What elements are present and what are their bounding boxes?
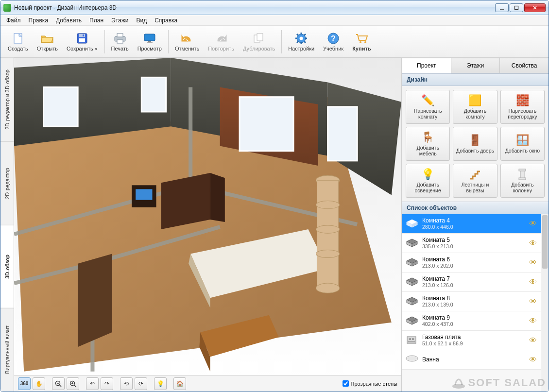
open-button[interactable]: Открыть <box>33 28 62 56</box>
menu-add[interactable]: Добавить <box>52 16 86 25</box>
column-icon <box>515 168 529 181</box>
add-light-button[interactable]: 💡Добавить освещение <box>406 164 450 198</box>
visibility-eye-icon[interactable]: 👁 <box>529 297 537 306</box>
scrollbar-thumb[interactable] <box>542 215 548 269</box>
object-list-item[interactable]: Комната 6213.0 x 202.0👁 <box>402 253 541 273</box>
save-button[interactable]: Сохранить▼ <box>62 28 103 56</box>
tab-2d-3d[interactable]: 2D-редактор и 3D-обзор <box>0 58 14 141</box>
visibility-eye-icon[interactable]: 👁 <box>529 220 537 228</box>
visibility-eye-icon[interactable]: 👁 <box>529 336 537 345</box>
svg-rect-40 <box>328 107 358 161</box>
visibility-eye-icon[interactable]: 👁 <box>529 239 537 248</box>
cart-icon <box>354 32 369 45</box>
rotate-left-button[interactable]: ↶ <box>86 377 99 390</box>
close-button[interactable] <box>524 3 546 12</box>
object-icon <box>406 296 418 307</box>
visibility-eye-icon[interactable]: 👁 <box>529 356 537 364</box>
tutorial-button[interactable]: ? Учебник <box>319 28 348 56</box>
object-text: Ванна <box>422 357 525 363</box>
scrollbar[interactable] <box>541 214 549 392</box>
object-text: Комната 5335.0 x 213.0 <box>422 237 525 250</box>
home-view-button[interactable]: 🏠 <box>173 377 186 390</box>
object-dim: 51.0 x 62.1 x 86.9 <box>422 341 525 346</box>
add-furniture-button[interactable]: 🪑Добавить мебель <box>406 127 450 161</box>
zoom-out-button[interactable] <box>52 377 65 390</box>
undo-icon <box>179 32 195 45</box>
create-button[interactable]: Создать <box>3 28 33 56</box>
menu-plan[interactable]: План <box>86 16 107 25</box>
svg-point-51 <box>316 283 339 293</box>
duplicate-button[interactable]: Дублировать <box>239 28 279 56</box>
rotate-right-button[interactable]: ↷ <box>101 377 113 390</box>
tab-project[interactable]: Проект <box>402 58 451 73</box>
tab-2d[interactable]: 2D-редактор <box>0 141 14 225</box>
app-window: Новый проект - Дизайн Интерьера 3D Файл … <box>0 0 549 392</box>
svg-line-27 <box>297 41 298 43</box>
draw-partition-button[interactable]: 🧱Нарисовать перегородку <box>500 90 545 124</box>
right-panel: Проект Этажи Свойства Дизайн ✏️Нарисоват… <box>402 58 549 392</box>
visibility-eye-icon[interactable]: 👁 <box>529 258 537 267</box>
object-list-item[interactable]: Газовая плита51.0 x 62.1 x 86.9👁 <box>402 331 541 350</box>
add-column-button[interactable]: Добавить колонну <box>500 164 545 198</box>
gear-icon <box>293 32 309 45</box>
object-dim: 213.0 x 126.0 <box>422 282 525 288</box>
tab-virtual-visit[interactable]: Виртуальный визит <box>0 308 14 392</box>
object-list-item[interactable]: Комната 4280.0 x 446.0👁 <box>402 214 541 234</box>
undo-button[interactable]: Отменить <box>171 28 204 56</box>
preview-button[interactable]: Просмотр <box>133 28 166 56</box>
object-icon <box>406 316 418 326</box>
menu-view[interactable]: Вид <box>132 16 151 25</box>
svg-point-19 <box>300 36 303 40</box>
menu-edit[interactable]: Правка <box>25 16 52 25</box>
add-door-button[interactable]: 🚪Добавить дверь <box>453 127 497 161</box>
object-list-item[interactable]: Комната 5335.0 x 213.0👁 <box>402 234 541 253</box>
lighting-button[interactable]: 💡 <box>154 377 167 390</box>
add-room-button[interactable]: 🟨Добавить комнату <box>453 90 497 124</box>
stairs-button[interactable]: Лестницы и вырезы <box>453 164 497 198</box>
window-buttons <box>495 3 546 12</box>
draw-room-button[interactable]: ✏️Нарисовать комнату <box>406 90 450 124</box>
minimize-button[interactable] <box>495 3 509 12</box>
zoom-in-button[interactable] <box>67 377 79 390</box>
add-window-button[interactable]: 🪟Добавить окно <box>500 127 545 161</box>
object-icon <box>406 355 418 365</box>
object-list-item[interactable]: Комната 9402.0 x 437.0👁 <box>402 311 541 331</box>
buy-button[interactable]: Купить <box>348 28 375 56</box>
zoom-out-icon <box>55 380 62 387</box>
svg-marker-41 <box>161 173 210 229</box>
tab-props[interactable]: Свойства <box>499 58 549 73</box>
transparent-walls-checkbox[interactable]: Прозрачные стены <box>343 380 397 387</box>
menu-help[interactable]: Справка <box>151 16 181 25</box>
print-button[interactable]: Печать <box>107 28 133 56</box>
object-icon <box>406 238 418 249</box>
menu-file[interactable]: Файл <box>2 16 25 25</box>
object-list-item[interactable]: Комната 8213.0 x 139.0👁 <box>402 292 541 311</box>
maximize-button[interactable] <box>510 3 523 12</box>
svg-rect-11 <box>117 34 123 37</box>
viewport-3d[interactable] <box>14 58 401 375</box>
tilt-right-button[interactable]: ⟳ <box>135 377 147 390</box>
rotate-360-button[interactable]: 360 <box>18 377 31 390</box>
section-objects: Список объектов <box>402 202 549 214</box>
svg-rect-1 <box>515 6 518 9</box>
svg-marker-55 <box>78 254 112 347</box>
tab-3d[interactable]: 3D-обзор <box>0 225 14 308</box>
object-scroll[interactable]: Комната 4280.0 x 446.0👁Комната 5335.0 x … <box>402 214 541 392</box>
svg-point-85 <box>409 338 411 340</box>
svg-rect-44 <box>136 189 152 200</box>
tilt-left-button[interactable]: ⟲ <box>120 377 133 390</box>
object-list-item[interactable]: Ванна👁 <box>402 350 541 370</box>
visibility-eye-icon[interactable]: 👁 <box>529 317 537 325</box>
object-dim: 280.0 x 446.0 <box>422 224 525 230</box>
svg-line-57 <box>59 385 61 387</box>
menu-floors[interactable]: Этажи <box>107 16 132 25</box>
transparent-walls-input[interactable] <box>343 380 349 387</box>
settings-button[interactable]: Настройки <box>284 28 319 56</box>
visibility-eye-icon[interactable]: 👁 <box>529 278 537 287</box>
redo-button[interactable]: Повторить <box>204 28 239 56</box>
object-list-item[interactable]: Комната 7213.0 x 126.0👁 <box>402 273 541 292</box>
svg-rect-13 <box>144 34 155 41</box>
wall-icon: 🧱 <box>515 94 529 107</box>
tab-floors[interactable]: Этажи <box>451 58 500 73</box>
pan-button[interactable]: ✋ <box>33 377 45 390</box>
